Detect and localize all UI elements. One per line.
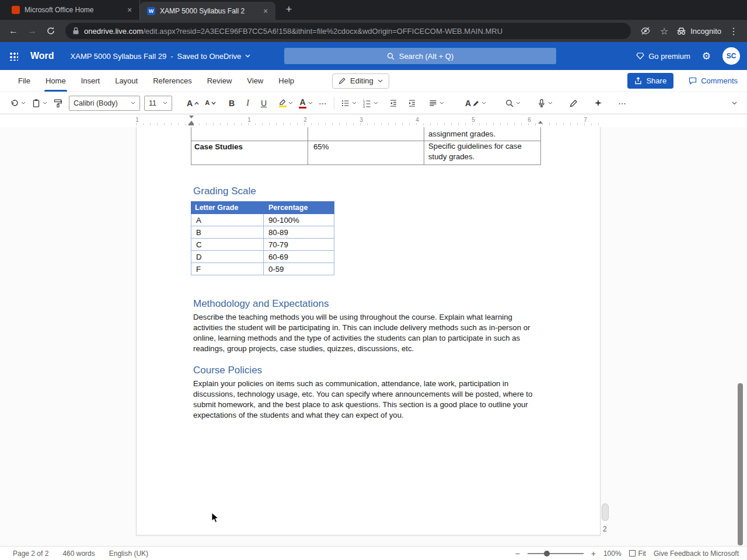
numbering-button[interactable]: 123 — [359, 95, 381, 111]
browser-tab-syllabus[interactable]: W XAMP 5000 Syllabus Fall 2 × — [140, 2, 275, 20]
menu-view[interactable]: View — [239, 70, 271, 92]
forward-icon[interactable]: → — [23, 22, 41, 40]
underline-button[interactable]: U — [258, 95, 270, 111]
alignment-button[interactable] — [425, 95, 447, 111]
grading-row[interactable]: C70-79 — [191, 239, 334, 251]
grade-cell[interactable]: B — [191, 226, 264, 238]
find-button[interactable] — [502, 95, 523, 111]
doc-title-text[interactable]: XAMP 5000 Syllabus Fall 29 — [71, 52, 167, 61]
percent-cell[interactable]: 60-69 — [264, 251, 334, 262]
decrease-indent-button[interactable] — [386, 95, 401, 111]
right-indent-marker[interactable] — [538, 121, 543, 124]
menu-help[interactable]: Help — [271, 70, 302, 92]
percent-cell[interactable]: 80-89 — [264, 226, 334, 238]
document-scrollbar-thumb[interactable] — [602, 503, 609, 521]
comments-button[interactable]: Comments — [689, 76, 738, 85]
highlight-color-button[interactable] — [275, 95, 296, 111]
percent-cell[interactable]: 90-100% — [264, 214, 334, 226]
address-bar[interactable]: onedrive.live.com/edit.aspx?resid=2A3ECE… — [65, 23, 631, 39]
first-line-indent-marker[interactable] — [189, 116, 194, 118]
shrink-font-button[interactable]: A — [202, 95, 219, 111]
editor-button[interactable] — [566, 95, 581, 111]
percent-cell[interactable]: 0-59 — [264, 263, 334, 275]
bookmark-star-icon[interactable]: ☆ — [655, 22, 673, 40]
font-size-select[interactable]: 11 — [144, 96, 172, 111]
grading-row[interactable]: B80-89 — [191, 226, 334, 239]
horizontal-ruler[interactable]: 1 1 2 3 4 5 6 7 — [0, 114, 747, 127]
app-launcher-button[interactable] — [0, 42, 27, 70]
word-count[interactable]: 460 words — [62, 550, 95, 558]
table-cell[interactable]: Case Studies — [194, 142, 243, 152]
document-title[interactable]: XAMP 5000 Syllabus Fall 29 - Saved to On… — [71, 52, 251, 61]
editing-mode-dropdown[interactable]: Editing — [332, 74, 389, 89]
grade-cell[interactable]: D — [191, 251, 264, 262]
bullets-button[interactable] — [338, 95, 359, 111]
grading-scale-heading[interactable]: Grading Scale — [193, 186, 256, 197]
go-premium-button[interactable]: Go premium — [636, 52, 690, 61]
new-tab-button[interactable]: + — [282, 4, 295, 16]
paste-button[interactable] — [29, 95, 50, 111]
zoom-slider-knob[interactable] — [544, 551, 550, 556]
italic-button[interactable]: I — [243, 95, 252, 111]
back-icon[interactable]: ← — [5, 22, 22, 40]
grade-cell[interactable]: C — [191, 239, 264, 250]
grade-cell[interactable]: F — [191, 263, 264, 275]
close-tab-icon[interactable]: × — [260, 6, 271, 16]
grading-table-header-row[interactable]: Letter Grade Percentage — [191, 201, 334, 214]
percent-cell[interactable]: 70-79 — [264, 239, 334, 250]
zoom-out-button[interactable]: − — [515, 549, 520, 558]
table-cell[interactable]: 65% — [313, 142, 329, 152]
table-cell[interactable]: assignment grades. — [428, 129, 495, 139]
search-input[interactable]: Search (Alt + Q) — [284, 48, 556, 64]
close-tab-icon[interactable]: × — [124, 5, 135, 15]
menu-home[interactable]: Home — [38, 70, 74, 92]
collapse-ribbon-chevron[interactable] — [729, 95, 740, 111]
eye-blocked-icon[interactable] — [637, 22, 654, 40]
zoom-slider[interactable] — [528, 553, 584, 554]
app-name[interactable]: Word — [30, 51, 54, 61]
document-canvas[interactable]: assignment grades. Case Studies 65% Spec… — [0, 127, 747, 546]
bold-button[interactable]: B — [226, 95, 238, 111]
refresh-icon[interactable] — [42, 22, 60, 40]
share-button[interactable]: Share — [627, 73, 673, 89]
browser-menu-kebab-icon[interactable]: ⋮ — [725, 22, 742, 40]
undo-button[interactable] — [7, 95, 29, 111]
saved-status[interactable]: Saved to OneDrive — [177, 52, 241, 61]
page-count[interactable]: Page 2 of 2 — [13, 550, 48, 558]
account-avatar[interactable]: SC — [722, 47, 740, 65]
magic-sparkle-button[interactable] — [591, 95, 606, 111]
zoom-level[interactable]: 100% — [603, 550, 622, 558]
menu-references[interactable]: References — [145, 70, 199, 92]
grading-table[interactable]: Letter Grade Percentage A90-100% B80-89 … — [191, 201, 334, 275]
grading-row[interactable]: A90-100% — [191, 214, 334, 226]
grading-header-percentage[interactable]: Percentage — [264, 204, 334, 212]
font-name-select[interactable]: Calibri (Body) — [69, 96, 140, 111]
feedback-link[interactable]: Give Feedback to Microsoft — [654, 550, 739, 558]
menu-layout[interactable]: Layout — [107, 70, 145, 92]
menu-review[interactable]: Review — [200, 70, 240, 92]
more-toolbar-options-button[interactable]: ⋯ — [615, 95, 630, 111]
menu-insert[interactable]: Insert — [74, 70, 108, 92]
more-font-options-button[interactable]: ⋯ — [316, 95, 330, 111]
course-policies-heading[interactable]: Course Policies — [193, 365, 262, 376]
table-cell[interactable]: Specific guidelines for case study grade… — [428, 141, 533, 162]
browser-scrollbar-thumb[interactable] — [738, 383, 743, 545]
fit-button[interactable]: Fit — [629, 550, 646, 558]
grading-header-letter[interactable]: Letter Grade — [191, 204, 264, 212]
styles-button[interactable]: A — [462, 95, 489, 111]
dictate-button[interactable] — [534, 95, 556, 111]
menu-file[interactable]: File — [11, 70, 38, 92]
increase-indent-button[interactable] — [404, 95, 420, 111]
left-indent-marker[interactable] — [189, 124, 194, 125]
font-color-button[interactable]: A — [296, 95, 316, 111]
grow-font-button[interactable]: A — [184, 95, 202, 111]
methodology-paragraph[interactable]: Describe the teaching methods you will b… — [193, 312, 542, 354]
methodology-heading[interactable]: Methodology and Expectations — [193, 298, 329, 310]
zoom-in-button[interactable]: + — [591, 549, 596, 558]
grade-cell[interactable]: A — [191, 214, 264, 226]
language-status[interactable]: English (UK) — [109, 550, 148, 558]
settings-gear-icon[interactable]: ⚙ — [702, 50, 711, 62]
browser-tab-office-home[interactable]: Microsoft Office Home × — [5, 0, 140, 20]
format-painter-button[interactable] — [50, 95, 65, 111]
grading-row[interactable]: D60-69 — [191, 251, 334, 263]
